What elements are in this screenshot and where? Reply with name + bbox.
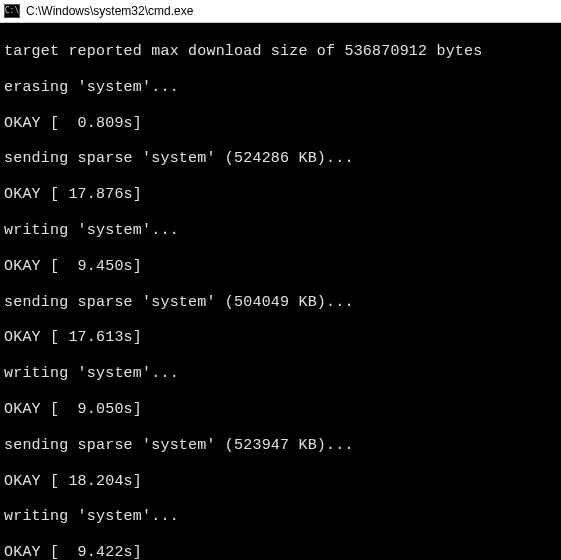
terminal-line: sending sparse 'system' (504049 KB)... (4, 294, 557, 312)
terminal-line: writing 'system'... (4, 508, 557, 526)
terminal-line: OKAY [ 9.450s] (4, 258, 557, 276)
terminal-line: sending sparse 'system' (524286 KB)... (4, 150, 557, 168)
terminal-line: writing 'system'... (4, 222, 557, 240)
terminal-line: erasing 'system'... (4, 79, 557, 97)
terminal-line: writing 'system'... (4, 365, 557, 383)
terminal-line: sending sparse 'system' (523947 KB)... (4, 437, 557, 455)
terminal-line: OKAY [ 17.613s] (4, 329, 557, 347)
terminal-output: target reported max download size of 536… (0, 23, 561, 560)
window-titlebar[interactable]: C:\ C:\Windows\system32\cmd.exe (0, 0, 561, 23)
terminal-line: OKAY [ 9.422s] (4, 544, 557, 560)
terminal-line: target reported max download size of 536… (4, 43, 557, 61)
terminal-line: OKAY [ 9.050s] (4, 401, 557, 419)
terminal-line: OKAY [ 18.204s] (4, 473, 557, 491)
cmd-icon-label: C:\ (5, 7, 19, 15)
terminal-line: OKAY [ 17.876s] (4, 186, 557, 204)
cmd-icon: C:\ (4, 4, 20, 18)
terminal-line: OKAY [ 0.809s] (4, 115, 557, 133)
window-title: C:\Windows\system32\cmd.exe (26, 4, 193, 18)
